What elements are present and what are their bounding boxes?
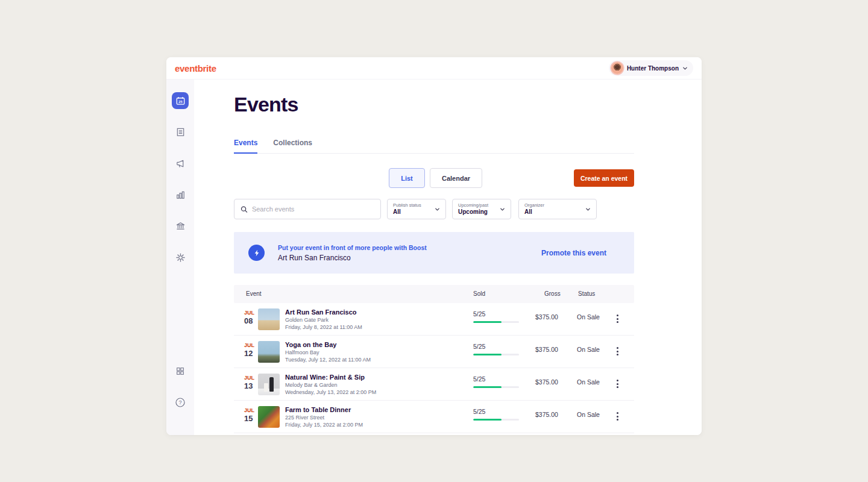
status-label: On Sale [577, 378, 600, 386]
event-thumbnail [258, 308, 280, 330]
search-icon [241, 205, 248, 213]
table-row[interactable]: JUL 15 Farm to Table Dinner 225 River St… [234, 401, 634, 433]
table-row[interactable]: JUL 13 Natural Wine: Paint & Sip Melody … [234, 368, 634, 401]
svg-text:?: ? [178, 399, 181, 405]
search-input[interactable] [252, 205, 374, 213]
status-label: On Sale [577, 313, 600, 321]
column-header-event: Event [246, 290, 262, 297]
row-actions-button[interactable] [612, 377, 622, 390]
table-row[interactable]: JUL 08 Art Run San Francisco Golden Gate… [234, 303, 634, 336]
event-datetime: Wednesday, July 13, 2022 at 2:00 PM [285, 389, 376, 396]
user-name: Hunter Thompson [627, 65, 679, 72]
top-bar: eventbrite Hunter Thompson [166, 57, 702, 80]
table-row[interactable]: JUL Midnight Rooftop Meditation 5/25 [234, 433, 634, 435]
event-thumbnail [258, 406, 280, 428]
event-venue: Halfmoon Bay [285, 349, 371, 356]
bar-chart-icon [175, 190, 186, 200]
main-area: Events Events Collections List Calendar … [194, 80, 702, 435]
event-title[interactable]: Natural Wine: Paint & Sip [285, 373, 376, 381]
user-avatar [611, 62, 623, 74]
row-actions-button[interactable] [612, 312, 622, 325]
sold-count: 5/25 [473, 408, 519, 415]
sidebar-item-settings[interactable] [172, 249, 189, 266]
event-thumbnail [258, 341, 280, 363]
svg-text:25: 25 [178, 99, 182, 103]
column-header-sold: Sold [473, 290, 485, 297]
app-window: eventbrite Hunter Thompson 25 [166, 57, 702, 435]
megaphone-icon [175, 158, 186, 169]
event-venue: 225 River Street [285, 414, 363, 421]
chevron-down-icon [585, 207, 591, 212]
event-title[interactable]: Yoga on the Bay [285, 340, 371, 349]
sold-progress [473, 386, 519, 388]
apps-grid-icon [175, 366, 185, 376]
list-view-button[interactable]: List [389, 168, 425, 188]
chevron-down-icon [682, 66, 688, 71]
help-icon: ? [175, 397, 186, 408]
boost-event-name: Art Run San Francisco [278, 254, 427, 262]
calendar-icon: 25 [175, 96, 186, 106]
boost-headline: Put your event in front of more people w… [278, 244, 427, 251]
create-event-button[interactable]: Create an event [574, 169, 634, 187]
sold-count: 5/25 [473, 375, 519, 383]
publish-status-dropdown[interactable]: Publish status All [387, 199, 446, 219]
boost-bolt-badge [248, 245, 265, 261]
chevron-down-icon [500, 207, 505, 212]
event-datetime: Friday, July 15, 2022 at 2:00 PM [285, 421, 363, 428]
event-title[interactable]: Art Run San Francisco [285, 308, 362, 316]
page-title: Events [234, 93, 298, 116]
sold-progress [473, 321, 519, 323]
event-datetime: Friday, July 8, 2022 at 11:00 AM [285, 324, 362, 331]
sold-count: 5/25 [473, 310, 519, 318]
row-actions-button[interactable] [612, 345, 622, 358]
event-venue: Golden Gate Park [285, 316, 362, 324]
column-header-status: Status [578, 290, 595, 297]
lightning-bolt-icon [253, 249, 260, 257]
status-label: On Sale [577, 346, 600, 353]
status-label: On Sale [577, 411, 600, 418]
user-menu[interactable]: Hunter Thompson [609, 60, 693, 76]
event-thumbnail [258, 374, 280, 395]
sold-progress [473, 419, 519, 421]
search-box [234, 199, 381, 219]
row-actions-button[interactable] [612, 410, 622, 423]
eventbrite-logo[interactable]: eventbrite [175, 63, 216, 74]
event-venue: Melody Bar & Garden [285, 381, 376, 389]
gear-icon [175, 252, 186, 263]
sidebar-item-events[interactable]: 25 [172, 92, 189, 109]
tab-bar: Events Collections [234, 139, 634, 154]
calendar-view-button[interactable]: Calendar [430, 168, 482, 188]
bank-icon [175, 221, 186, 231]
event-title[interactable]: Farm to Table Dinner [285, 405, 363, 414]
gross-amount: $375.00 [535, 313, 558, 321]
column-header-gross: Gross [544, 290, 561, 297]
sold-count: 5/25 [473, 343, 519, 350]
organizer-dropdown[interactable]: Organizer All [518, 199, 597, 219]
view-toggle-row: List Calendar Create an event [234, 168, 634, 189]
upcoming-past-dropdown[interactable]: Upcoming/past Upcoming [452, 199, 511, 219]
sidebar-item-help[interactable]: ? [172, 394, 189, 411]
event-datetime: Tuesday, July 12, 2022 at 11:00 AM [285, 356, 371, 363]
sidebar-item-orders[interactable] [172, 124, 189, 140]
chevron-down-icon [435, 207, 440, 212]
sidebar: 25 [166, 80, 194, 435]
sidebar-item-apps[interactable] [172, 363, 189, 380]
tab-events[interactable]: Events [234, 139, 257, 154]
gross-amount: $375.00 [535, 346, 558, 353]
sidebar-item-finance[interactable] [172, 218, 189, 234]
gross-amount: $375.00 [535, 411, 558, 418]
gross-amount: $375.00 [535, 378, 558, 386]
event-list: JUL 08 Art Run San Francisco Golden Gate… [234, 303, 634, 435]
filter-row: Publish status All Upcoming/past Upcomin… [234, 199, 634, 219]
table-row[interactable]: JUL 12 Yoga on the Bay Halfmoon Bay Tues… [234, 336, 634, 368]
sidebar-item-reports[interactable] [172, 186, 189, 203]
sidebar-item-marketing[interactable] [172, 155, 189, 172]
orders-icon [175, 127, 186, 137]
table-header: Event Sold Gross Status [234, 285, 634, 303]
sold-progress [473, 354, 519, 355]
tab-collections[interactable]: Collections [273, 139, 312, 153]
promote-event-link[interactable]: Promote this event [541, 249, 620, 257]
boost-banner: Put your event in front of more people w… [234, 232, 634, 274]
